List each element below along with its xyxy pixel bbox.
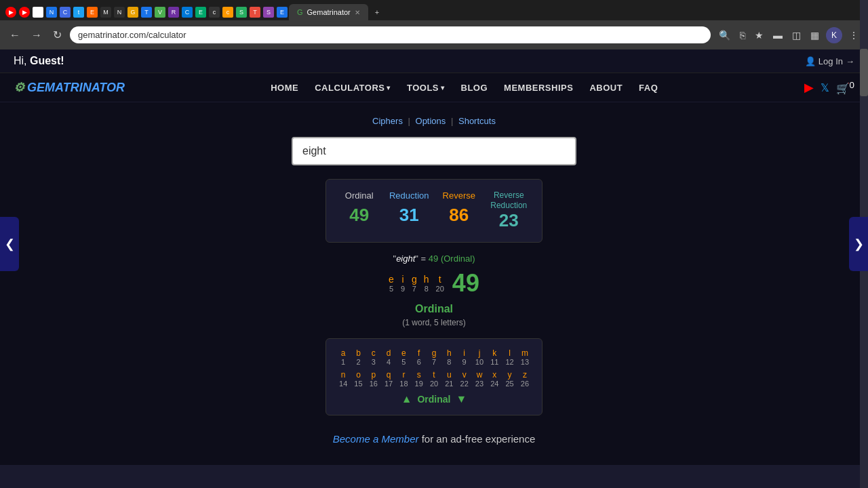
alphabet-box: a1b2c3d4e5f6g7h8i9j10k11l12m13 n14o15p16…	[326, 338, 542, 415]
active-tab[interactable]: G Gematrinator ✕	[289, 4, 368, 20]
alpha-item: u21	[441, 370, 456, 388]
nav-home[interactable]: HOME	[271, 83, 298, 93]
alpha-item: a1	[336, 348, 351, 366]
alpha-item: t20	[427, 370, 441, 388]
reduction-column: Reduction 31	[387, 190, 432, 231]
nav-faq[interactable]: FAQ	[639, 83, 658, 93]
nav-blog[interactable]: BLOG	[461, 83, 488, 93]
tab-title: Gematrinator	[307, 8, 351, 16]
nav-calculators[interactable]: CALCULATORS ▾	[315, 83, 391, 93]
refresh-button[interactable]: ↻	[50, 26, 64, 44]
reduction-value: 31	[387, 205, 432, 226]
cipher-type-label: Ordinal	[14, 303, 854, 315]
cipher-prev-btn[interactable]: ▲	[401, 393, 412, 405]
become-member-link[interactable]: Become a Member	[333, 433, 419, 445]
ordinal-value: 49	[337, 205, 382, 226]
nav-about[interactable]: ABOUT	[589, 83, 623, 93]
word-count-label: (1 word, 5 letters)	[14, 318, 854, 327]
calculator-input[interactable]	[292, 137, 576, 165]
ordinal-column: Ordinal 49	[337, 190, 382, 231]
cipher-links-bar: Ciphers | Options | Shortcuts	[14, 116, 854, 126]
alpha-item: i9	[457, 348, 472, 366]
alpha-item: w23	[472, 370, 487, 388]
login-arrow-icon: →	[846, 56, 854, 66]
alpha-item: l12	[502, 348, 517, 366]
alpha-item: x24	[487, 370, 502, 388]
menu-icon[interactable]: ⋮	[846, 27, 861, 43]
alpha-item: n14	[336, 370, 351, 388]
reverse-reduction-column: Reverse Reduction 23	[487, 190, 532, 231]
alpha-item: z26	[517, 370, 532, 388]
alpha-item: r18	[396, 370, 411, 388]
word-breakdown-label: "eight" = 49 (Ordinal)	[14, 253, 854, 264]
alpha-item: p16	[366, 370, 381, 388]
cipher-nav: ▲ Ordinal ▼	[336, 393, 532, 405]
login-button[interactable]: 👤 Log In →	[805, 56, 854, 66]
alpha-item: d4	[381, 348, 396, 366]
alpha-item: m13	[517, 348, 532, 366]
alpha-item: g7	[427, 348, 441, 366]
address-bar[interactable]: gematrinator.com/calculator	[70, 26, 711, 43]
forward-button[interactable]: →	[28, 26, 45, 44]
options-link[interactable]: Options	[416, 116, 446, 126]
alpha-item: j10	[472, 348, 487, 366]
youtube-icon[interactable]: ▶	[804, 80, 814, 95]
results-box: Ordinal 49 Reduction 31 Reverse 86 Rever…	[326, 179, 542, 243]
letter-item: e5	[389, 274, 394, 293]
search-icon[interactable]: 🔍	[716, 27, 733, 43]
alpha-item: c3	[366, 348, 381, 366]
alpha-item: o15	[351, 370, 366, 388]
new-tab-btn[interactable]: +	[370, 4, 384, 20]
ordinal-label: Ordinal	[337, 190, 382, 201]
cipher-next-btn[interactable]: ▼	[456, 393, 467, 405]
tab-close-btn[interactable]: ✕	[355, 9, 360, 16]
nav-tools[interactable]: TOOLS ▾	[407, 83, 445, 93]
back-button[interactable]: ←	[7, 26, 23, 44]
alpha-item: v22	[457, 370, 472, 388]
alpha-item: k11	[487, 348, 502, 366]
twitter-icon[interactable]: 𝕏	[821, 81, 829, 94]
member-banner: Become a Member for an ad-free experienc…	[14, 426, 854, 451]
site-logo[interactable]: ⚙ GEMATRINATOR	[14, 80, 125, 95]
alpha-item: y25	[502, 370, 517, 388]
reduction-label: Reduction	[387, 190, 432, 201]
extensions-icon[interactable]: ▬	[770, 27, 785, 43]
total-value: 49	[452, 269, 479, 298]
letter-item: i9	[401, 274, 405, 293]
alpha-item: s19	[412, 370, 427, 388]
calculators-dropdown-icon: ▾	[387, 84, 391, 92]
letter-item: g7	[412, 274, 417, 293]
reverse-value: 86	[437, 205, 481, 226]
letter-item: h8	[424, 274, 429, 293]
profile-button[interactable]: K	[826, 27, 842, 43]
alpha-item: h8	[441, 348, 456, 366]
ciphers-link[interactable]: Ciphers	[372, 116, 403, 126]
tab-manager-icon[interactable]: ◫	[789, 27, 804, 43]
left-arrow[interactable]: ❮	[0, 217, 19, 271]
alpha-item: b2	[351, 348, 366, 366]
reverse-column: Reverse 86	[437, 190, 481, 231]
letter-item: t20	[436, 274, 444, 293]
bookmark-icon[interactable]: ★	[752, 27, 766, 43]
user-icon: 👤	[805, 56, 816, 66]
shortcuts-link[interactable]: Shortcuts	[458, 116, 496, 126]
alpha-item: e5	[396, 348, 411, 366]
cart-icon[interactable]: 🛒0	[836, 80, 854, 95]
reverse-label: Reverse	[437, 190, 481, 201]
nav-memberships[interactable]: MEMBERSHIPS	[504, 83, 573, 93]
tools-dropdown-icon: ▾	[441, 84, 445, 92]
split-screen-icon[interactable]: ▦	[808, 27, 822, 43]
letter-breakdown: e5i9g7h8t20 49	[14, 269, 854, 298]
alpha-item: f6	[412, 348, 427, 366]
reverse-reduction-label: Reverse Reduction	[487, 190, 532, 210]
new-tab-icon: +	[375, 8, 379, 16]
reverse-reduction-value: 23	[487, 210, 532, 231]
logo-icon: ⚙	[14, 80, 24, 95]
alpha-item: q17	[381, 370, 396, 388]
url-text: gematrinator.com/calculator	[78, 30, 703, 40]
alphabet-cipher-label: Ordinal	[417, 394, 450, 405]
right-arrow[interactable]: ❯	[849, 217, 868, 271]
scrollbar-thumb[interactable]	[860, 49, 868, 96]
tab-favicon: G	[297, 8, 303, 16]
screenshot-icon[interactable]: ⎘	[737, 27, 748, 43]
